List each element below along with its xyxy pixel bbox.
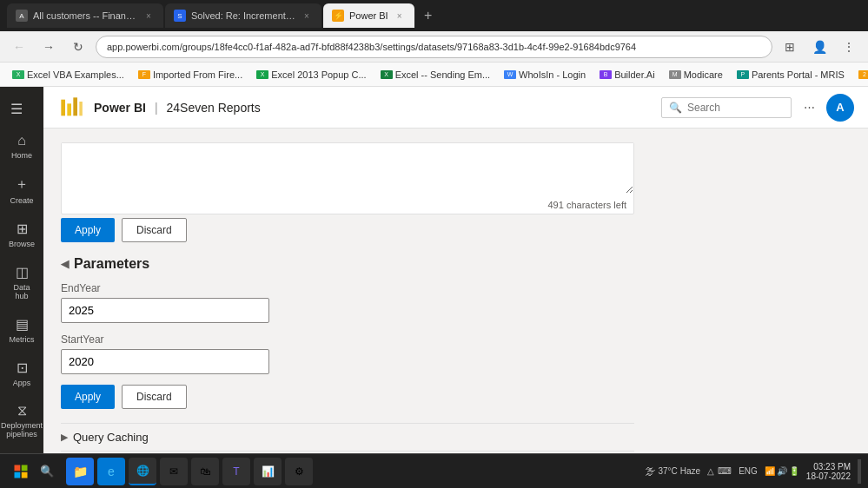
query-caching-chevron: ▶: [61, 432, 68, 443]
bookmark-2-label: Excel 2013 Popup C...: [271, 69, 366, 80]
sidebar-item-create[interactable]: ＋ Create: [3, 168, 41, 212]
taskbar-app-mail[interactable]: ✉: [160, 458, 188, 485]
taskbar-clock[interactable]: 03:23 PM 18-07-2022: [806, 462, 851, 481]
bookmark-3[interactable]: X Excel -- Sending Em...: [375, 68, 495, 82]
sidebar-pipelines-label: Deployment pipelines: [1, 421, 43, 439]
network-icon: 📶: [765, 466, 775, 476]
search-input[interactable]: [687, 102, 765, 114]
user-avatar[interactable]: A: [826, 94, 854, 122]
show-desktop-button[interactable]: [858, 459, 861, 484]
discard-button-2[interactable]: Discard: [122, 385, 187, 409]
sidebar-item-learn[interactable]: 📖 Learn: [3, 447, 41, 453]
discard-button-1[interactable]: Discard: [122, 218, 187, 242]
powerbi-logo: [57, 94, 85, 122]
pbi-search-box[interactable]: 🔍: [661, 97, 792, 118]
tab-2-label: Solved: Re: Incremental Refresh ...: [191, 10, 295, 21]
bookmark-5[interactable]: B Builder.Ai: [594, 68, 659, 82]
char-count: 491 characters left: [62, 196, 633, 214]
action-buttons-1: Apply Discard: [61, 218, 634, 242]
end-year-label: EndYear: [61, 282, 634, 294]
taskbar-app-extra2[interactable]: ⚙: [285, 458, 313, 485]
new-tab-button[interactable]: +: [416, 3, 441, 28]
sidebar-apps-label: Apps: [13, 379, 31, 387]
start-year-input[interactable]: [61, 349, 269, 374]
taskbar-app-store[interactable]: 🛍: [191, 458, 219, 485]
textarea-section: 491 characters left: [61, 142, 634, 214]
home-icon: ⌂: [17, 133, 26, 148]
apply-button-2[interactable]: Apply: [61, 385, 115, 409]
taskbar-pinned-apps: 📁 e 🌐 ✉ 🛍 T 📊 ⚙: [66, 458, 313, 485]
tab-1[interactable]: A All customers -- Finance and Op... ×: [7, 3, 163, 28]
start-year-param: StartYear: [61, 333, 634, 385]
sidebar-item-home[interactable]: ⌂ Home: [3, 126, 41, 167]
tab-3-favicon: ⚡: [332, 10, 344, 22]
tab-2-favicon: S: [174, 10, 186, 22]
sidebar-toggle[interactable]: ☰: [3, 94, 30, 124]
bookmark-7[interactable]: P Parents Portal - MRIS: [732, 68, 850, 82]
tab-2[interactable]: S Solved: Re: Incremental Refresh ... ×: [165, 3, 321, 28]
pipelines-icon: ⧖: [17, 403, 27, 419]
explorer-icon: 📁: [73, 465, 88, 478]
taskbar-network: 📶 🔊 🔋: [765, 466, 799, 476]
bookmark-2[interactable]: X Excel 2013 Popup C...: [251, 68, 371, 82]
bookmark-3-label: Excel -- Sending Em...: [395, 69, 490, 80]
tab-1-close[interactable]: ×: [142, 10, 155, 22]
bookmark-2-icon: X: [256, 70, 268, 79]
profile-button[interactable]: 👤: [807, 35, 832, 59]
keyboard-icon: ⌨: [718, 465, 732, 477]
end-year-input[interactable]: [61, 298, 269, 323]
sidebar-item-apps[interactable]: ⊡ Apps: [3, 353, 41, 394]
bookmark-5-icon: B: [600, 70, 612, 79]
description-textarea[interactable]: [62, 143, 633, 194]
sidebar-item-browse[interactable]: ⊞ Browse: [3, 214, 41, 255]
teams-icon: T: [233, 465, 239, 478]
bookmark-5-label: Builder.Ai: [614, 69, 654, 80]
sidebar-item-pipelines[interactable]: ⧖ Deployment pipelines: [3, 396, 41, 445]
topbar-workspace: 24Seven Reports: [167, 101, 261, 115]
tray-up-arrow[interactable]: △: [707, 466, 714, 476]
chrome-icon: 🌐: [136, 465, 149, 477]
back-button[interactable]: ←: [7, 35, 31, 59]
bookmark-7-icon: P: [737, 70, 749, 79]
refresh-button[interactable]: ↻: [66, 35, 90, 59]
forward-button[interactable]: →: [36, 35, 61, 59]
parameters-title: Parameters: [74, 256, 149, 272]
taskbar-sys-tray: △ ⌨: [707, 465, 732, 477]
query-caching-row[interactable]: ▶ Query Caching: [61, 423, 634, 451]
bookmark-0-label: Excel VBA Examples...: [27, 69, 124, 80]
taskbar-app-teams[interactable]: T: [222, 458, 250, 485]
app-layout: ☰ ⌂ Home ＋ Create ⊞ Browse ◫ Data hub ▤ …: [0, 87, 868, 453]
sidebar-metrics-label: Metrics: [10, 335, 35, 344]
svg-rect-7: [22, 472, 28, 478]
pbi-more-button[interactable]: ⋯: [797, 96, 821, 120]
bookmark-1[interactable]: F Imported From Fire...: [133, 68, 248, 82]
tab-3[interactable]: ⚡ Power BI ×: [323, 3, 414, 28]
more-button[interactable]: ⋮: [837, 35, 861, 59]
sidebar-item-datahub[interactable]: ◫ Data hub: [3, 257, 41, 307]
taskbar-app-chrome[interactable]: 🌐: [129, 458, 156, 485]
address-bar-row: ← → ↻ ⊞ 👤 ⋮: [0, 31, 868, 63]
datahub-icon: ◫: [16, 264, 29, 280]
svg-rect-2: [73, 97, 77, 115]
bookmark-4[interactable]: W WhoIsIn - Login: [499, 68, 591, 82]
bookmark-1-label: Imported From Fire...: [153, 69, 242, 80]
tab-2-close[interactable]: ×: [301, 10, 313, 22]
bookmark-8[interactable]: 2 24Seven :: [853, 68, 868, 82]
taskbar-app-extra1[interactable]: 📊: [254, 458, 282, 485]
taskbar-app-explorer[interactable]: 📁: [66, 458, 94, 485]
bookmark-0[interactable]: X Excel VBA Examples...: [7, 68, 129, 82]
weather-temp: 37°C: [658, 466, 677, 476]
taskbar-app-edge[interactable]: e: [97, 458, 125, 485]
extensions-button[interactable]: ⊞: [778, 35, 802, 59]
lang-label: ENG: [739, 466, 758, 476]
address-input[interactable]: [96, 36, 772, 58]
pbi-search-container: 🔍 ⋯ A: [661, 94, 854, 122]
parameters-section-header[interactable]: ◀ Parameters: [61, 256, 634, 272]
tab-3-close[interactable]: ×: [394, 10, 406, 22]
start-button[interactable]: [7, 458, 35, 485]
taskbar-search-button[interactable]: 🔍: [35, 459, 59, 484]
taskbar: 🔍 📁 e 🌐 ✉ 🛍 T 📊 ⚙ 🌫 37°C Haze: [0, 453, 868, 488]
bookmark-6[interactable]: M Modicare: [664, 68, 728, 82]
apply-button-1[interactable]: Apply: [61, 218, 115, 242]
sidebar-item-metrics[interactable]: ▤ Metrics: [3, 309, 41, 351]
